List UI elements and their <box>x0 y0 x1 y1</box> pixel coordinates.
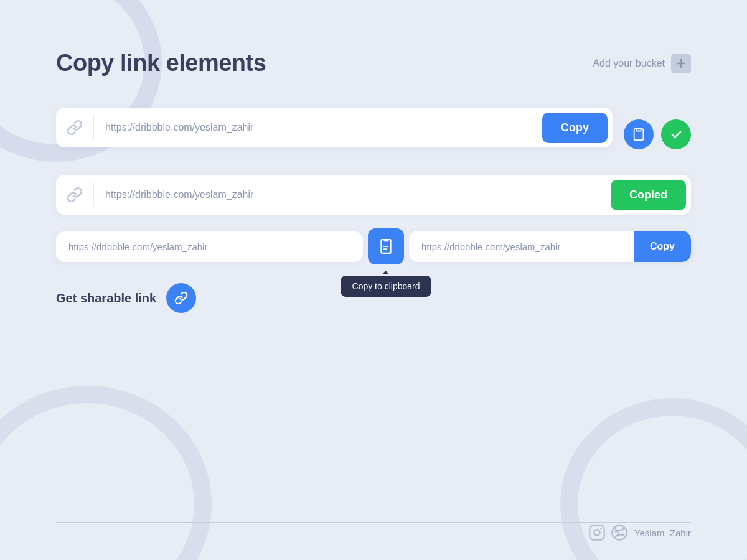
footer: Yeslam_Zahir <box>588 524 691 541</box>
side-icons <box>624 119 691 149</box>
row1-url-text: https://dribbble.com/yeslam_zahir <box>105 122 542 133</box>
link-icon-3 <box>174 291 188 305</box>
svg-point-6 <box>594 530 599 535</box>
footer-username: Yeslam_Zahir <box>634 528 691 538</box>
header: Copy link elements Add your bucket <box>56 50 691 77</box>
row3-right-url-text: https://dribbble.com/yeslam_zahir <box>409 231 634 262</box>
clipboard-icon-2 <box>378 238 394 254</box>
row2-copied-button[interactable]: Copied <box>611 180 686 210</box>
sharable-link-button[interactable] <box>166 283 196 313</box>
svg-rect-5 <box>590 525 604 539</box>
link-icon <box>67 119 83 136</box>
add-bucket-label: Add your bucket <box>593 58 665 69</box>
svg-point-7 <box>600 528 601 529</box>
header-right: Add your bucket <box>476 54 691 73</box>
clipboard-icon <box>632 128 646 141</box>
bg-decoration-bottom-left <box>0 386 212 560</box>
svg-rect-4 <box>384 239 388 241</box>
check-icon <box>669 128 683 141</box>
plus-icon <box>676 58 686 68</box>
row1-container: https://dribbble.com/yeslam_zahir Copy <box>56 108 691 161</box>
row2-card: https://dribbble.com/yeslam_zahir Copied <box>56 175 691 215</box>
row3-right-url-box: https://dribbble.com/yeslam_zahir Copy <box>409 231 691 262</box>
row2-divider <box>93 182 94 207</box>
check-circle-button[interactable] <box>661 119 691 149</box>
row3-copy-button[interactable]: Copy <box>634 231 691 262</box>
row3-left-url-text: https://dribbble.com/yeslam_zahir <box>68 241 207 252</box>
header-divider <box>476 63 575 63</box>
clipboard-button[interactable] <box>368 228 404 264</box>
row3-left-url-box: https://dribbble.com/yeslam_zahir <box>56 231 363 262</box>
clipboard-circle-button[interactable] <box>624 119 654 149</box>
row2-url-text: https://dribbble.com/yeslam_zahir <box>105 189 611 200</box>
instagram-icon <box>588 524 606 541</box>
svg-point-8 <box>612 525 626 539</box>
row1-copy-button[interactable]: Copy <box>542 113 608 143</box>
sharable-label: Get sharable link <box>56 291 156 306</box>
row2-link-icon-wrapper <box>56 175 93 215</box>
row1-link-icon-wrapper <box>56 108 93 147</box>
copy-to-clipboard-tooltip: Copy to clipboard <box>341 276 431 297</box>
page-title: Copy link elements <box>56 50 266 77</box>
dribbble-icon <box>611 524 628 541</box>
tooltip-wrapper: Copy to clipboard <box>363 228 409 264</box>
link-icon-2 <box>67 187 83 203</box>
footer-divider <box>56 522 691 523</box>
footer-icons <box>588 524 628 541</box>
row3-container: https://dribbble.com/yeslam_zahir Copy t… <box>56 228 691 264</box>
row1-divider <box>93 115 94 140</box>
add-bucket-button[interactable] <box>671 54 691 73</box>
row1-card: https://dribbble.com/yeslam_zahir Copy <box>56 108 613 147</box>
